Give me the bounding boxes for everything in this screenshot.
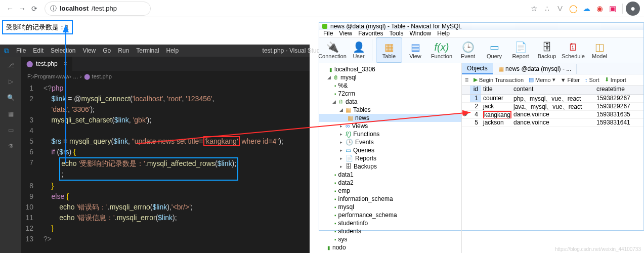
table-row[interactable]: 2jackjava、mysql、vue、react1593829267 [462,103,643,111]
memo-button[interactable]: ▤Memo ▾ [529,76,555,83]
grid-toolbar: ≡ ▶Begin Transaction ▤Memo ▾ ▼Filter ↕So… [462,74,643,86]
hamburger-icon[interactable]: ≡ [465,76,468,83]
view-icon: ▤ [411,41,420,53]
menu-view[interactable]: View [82,47,96,54]
tool-function[interactable]: f(x)Function [428,37,455,63]
menu-favorites[interactable]: Favorites [358,30,383,37]
site-info-icon[interactable]: ⓘ [50,4,57,13]
forward-button[interactable]: → [16,5,28,13]
function-icon: f(x) [435,41,449,53]
col-createtime[interactable]: createtime [594,86,635,94]
ext-icon-circle[interactable]: ◯ [567,4,580,13]
table-row[interactable]: 1counterphp、mysql、vue、react1593829267 [462,95,643,103]
views-icon: ∞ [346,122,350,130]
tab-test-php[interactable]: ⬤ test.php × [21,57,72,71]
tool-user[interactable]: 👤User [346,37,372,63]
col-title[interactable]: title [481,86,511,94]
ext-icon-v[interactable]: V [553,4,567,13]
ext-icon-cube[interactable]: ▣ [606,4,619,13]
vscode-titlebar: ⧉ File Edit Selection View Go Run Termin… [0,45,310,57]
tool-query[interactable]: ▭Query [481,37,507,63]
run-debug-icon[interactable]: ▷ [9,78,13,85]
star-icon[interactable]: ☆ [527,4,540,13]
query-icon: ▭ [490,41,499,53]
backup-icon: 🗄 [346,163,352,170]
watermark: https://blog.csdn.net/weixin_44100733 [555,246,641,252]
tab-objects[interactable]: Objects [462,63,493,74]
menu-run[interactable]: Run [118,47,129,54]
menu-view[interactable]: View [339,30,352,37]
url-path: /test.php [92,5,117,12]
tab-close-icon[interactable]: × [64,60,67,67]
menu-file[interactable]: File [323,30,333,37]
menu-help[interactable]: Help [437,30,450,37]
filter-button[interactable]: ▼Filter [561,77,580,83]
menu-go[interactable]: Go [103,47,111,54]
data-grid[interactable]: id title content createtime 1counterphp、… [462,86,643,127]
report-icon: 📄 [346,155,353,162]
begin-transaction-button[interactable]: ▶Begin Transaction [474,76,524,83]
reload-button[interactable]: ⟳ [28,5,40,13]
import-button[interactable]: ⬇Import [605,76,626,83]
menu-tools[interactable]: Tools [390,30,404,37]
ext-icon-shield[interactable]: ◉ [593,4,606,13]
tool-view[interactable]: ▤View [402,37,428,63]
tool-model[interactable]: ◫Model [586,37,613,63]
server-icon: ▮ [329,67,332,72]
sort-button[interactable]: ↕Sort [585,77,599,83]
tool-connection[interactable]: 🔌Connection [319,37,346,63]
vscode-logo-icon: ⧉ [4,47,9,55]
tool-backup[interactable]: 🗄Backup [534,37,560,63]
vscode-window: ⧉ File Edit Selection View Go Run Termin… [0,45,310,253]
navicat-titlebar: news @data (mysql) - Table - Navicat for… [319,23,643,30]
tool-report[interactable]: 📄Report [507,37,534,63]
menu-help[interactable]: Help [166,47,179,54]
extensions-icon[interactable]: ▦ [8,110,14,117]
navicat-menubar: File View Favorites Tools Window Help [319,30,643,37]
tool-schedule[interactable]: 🗓Schedule [560,37,586,63]
address-bar[interactable]: ⓘ localhost/test.php [45,2,151,16]
back-button[interactable]: ← [4,5,16,13]
table-icon: ▦ [348,114,353,121]
schedule-icon: 🗓 [568,41,578,53]
function-icon: f() [346,131,351,138]
activity-bar: ⎇ ▷ 🔍 ▦ ▭ ⚗ [0,57,21,253]
source-control-icon[interactable]: ⎇ [7,62,14,69]
report-icon: 📄 [514,41,527,53]
search-icon[interactable]: 🔍 [7,94,15,101]
remote-icon[interactable]: ▭ [8,126,14,134]
navicat-title: news @data (mysql) - Table - Navicat for… [330,23,462,30]
tree-db-item: ▪data1 [319,171,461,179]
tool-table[interactable]: ▦Table [376,37,402,63]
tool-event[interactable]: 🕒Event [455,37,481,63]
code-editor[interactable]: 1<?php 2 $link = @mysqli_connect('localh… [21,82,310,253]
testing-icon[interactable]: ⚗ [8,143,14,150]
ext-icon-cloud[interactable]: ☁ [580,4,593,13]
profile-avatar[interactable]: ● [626,2,640,16]
menu-edit[interactable]: Edit [33,47,44,54]
page-output-text: 受影响的记录数是：1 [2,20,73,34]
connection-tree[interactable]: ▮localhost_3306 ◢🛢mysql ▪%& ▪72crm ◢🛢dat… [319,63,462,253]
breadcrumb[interactable]: F: › Program › www › … › ⬤ test.php [21,71,310,82]
menu-window[interactable]: Window [410,30,432,37]
server-icon: ▮ [327,245,330,250]
object-tabs: Objects ▦ news @data (mysql) - ... [462,63,643,74]
menu-selection[interactable]: Selection [51,47,75,54]
db-icon: ▪ [334,83,336,89]
col-content[interactable]: content [511,86,594,94]
table-row[interactable]: ▸4kangkangdance,voince1593831635 [462,111,643,119]
tab-news-table[interactable]: ▦ news @data (mysql) - ... [493,64,577,74]
menu-file[interactable]: File [16,47,26,54]
ext-icon-1[interactable]: ⛬ [540,4,553,13]
navicat-app-icon [322,24,327,29]
table-row[interactable]: 5jacksondance,voince1593831641 [462,119,643,127]
model-icon: ◫ [595,41,605,53]
highlighted-echo-line: echo '受影响的记录数是：'.mysqli_affected_rows($l… [59,157,238,181]
folder-icon: ▦ [346,106,351,113]
backup-icon: 🗄 [542,41,552,53]
navicat-toolbar: 🔌Connection 👤User ▦Table ▤View f(x)Funct… [319,37,643,63]
db-icon: 🛢 [338,99,344,105]
tree-node-news[interactable]: ▦news [319,114,461,122]
menu-terminal[interactable]: Terminal [136,47,159,54]
col-id[interactable]: id [470,86,481,94]
